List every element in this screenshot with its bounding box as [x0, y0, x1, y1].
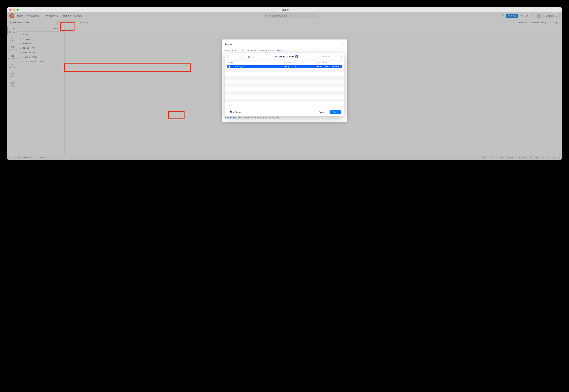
svg-line-1: [268, 16, 268, 17]
open-button[interactable]: Open: [330, 110, 341, 114]
environment-select[interactable]: Gender-API.com Production [G… ⌄: [516, 20, 560, 25]
tab-link[interactable]: Link: [240, 49, 245, 52]
satellite-icon[interactable]: [520, 14, 523, 18]
learn-more-text: Learn more about the different import fo…: [225, 116, 344, 119]
collection-item[interactable]: ›ERL.de: [18, 41, 64, 46]
chevron-down-icon: ⌄: [551, 21, 553, 24]
sync-icon[interactable]: [500, 14, 504, 18]
back-button[interactable]: ‹: [228, 55, 232, 59]
collection-item[interactable]: ›kundenportal: [18, 50, 64, 55]
tab-file[interactable]: File: [225, 49, 229, 52]
sidebar-toggle-icon[interactable]: [9, 156, 12, 159]
trash[interactable]: Trash: [542, 156, 550, 159]
search-placeholder: Search Postman: [270, 14, 287, 17]
cookies[interactable]: ⊘ Cookies: [483, 156, 493, 159]
workspace-selector[interactable]: My Workspace: [9, 21, 29, 24]
nav-home[interactable]: Home: [17, 14, 24, 17]
nav-explore[interactable]: Explore: [74, 14, 82, 17]
cancel-button[interactable]: Cancel: [316, 110, 328, 114]
close-icon[interactable]: ✕: [342, 42, 345, 46]
runner[interactable]: ▷ Runner: [530, 156, 539, 159]
nav-api-network[interactable]: API Network⌄: [45, 14, 60, 17]
collection-item[interactable]: ›Partner-Portal: [18, 55, 64, 59]
search-icon: [266, 14, 269, 17]
file-row-selected[interactable]: openapi.yml Today at 11:47 26 KB YAML Do…: [227, 65, 342, 68]
collection-item[interactable]: ›Avicilon: [18, 37, 64, 41]
forward-button[interactable]: ›: [232, 55, 236, 59]
svg-rect-41: [249, 57, 250, 57]
gear-icon[interactable]: [526, 14, 529, 18]
postman-logo-icon[interactable]: [9, 13, 14, 18]
collection-item[interactable]: ›Platform Workshop: [18, 59, 64, 64]
chevron-down-icon: ⌄: [58, 14, 60, 17]
eye-icon[interactable]: [555, 21, 558, 24]
search-input[interactable]: Search Postman: [264, 13, 318, 18]
find-replace[interactable]: Find and Replace: [14, 156, 32, 159]
more-icon[interactable]: •••: [54, 27, 58, 30]
chevron-right-icon: ›: [20, 51, 22, 54]
console[interactable]: Console: [35, 156, 45, 159]
learn-more-link[interactable]: Learn more: [225, 116, 236, 119]
user-plus-icon: [508, 15, 510, 17]
maximize-icon[interactable]: [16, 9, 19, 11]
close-icon[interactable]: [9, 9, 12, 11]
tab-folder[interactable]: Folder: [232, 49, 238, 52]
sidebar-item-environments[interactable]: Environments: [7, 44, 18, 53]
avatar[interactable]: [537, 14, 541, 18]
sidebar-item-mock-servers[interactable]: Mock Servers: [7, 53, 18, 62]
sidebar-item-apis[interactable]: APIs: [7, 35, 18, 44]
help-icon[interactable]: [557, 156, 560, 159]
search-input[interactable]: Search: [318, 55, 342, 59]
svg-rect-12: [12, 46, 14, 48]
svg-rect-15: [12, 56, 14, 57]
traffic-lights[interactable]: [7, 9, 19, 11]
workspace-bar: My Workspace New Import + ••• Gender-API…: [7, 19, 562, 26]
import-button[interactable]: Import: [67, 20, 78, 25]
group-button[interactable]: ⌄: [247, 55, 254, 59]
tab-new[interactable]: New: [277, 49, 281, 52]
svg-point-18: [12, 75, 13, 75]
nav-reports[interactable]: Reports: [63, 14, 71, 17]
svg-line-43: [321, 57, 322, 57]
path-selector[interactable]: Gender-API.com ▴▾: [273, 55, 299, 59]
invite-button[interactable]: Invite: [506, 14, 518, 18]
capture-requests[interactable]: Capture requests: [495, 156, 513, 159]
collection-item[interactable]: ›Andy: [18, 32, 64, 37]
filter-icon[interactable]: [39, 28, 41, 30]
upgrade-button[interactable]: Upgrade⌄: [543, 14, 560, 18]
table-row: [225, 98, 344, 102]
chevron-right-icon: ›: [20, 42, 22, 45]
bootcamp[interactable]: ⬡ Bootcamp: [516, 156, 528, 159]
top-app-bar: Home Workspaces⌄ API Network⌄ Reports Ex…: [7, 12, 562, 19]
collections-panel: + ••• ›Andy›Avicilon›ERL.de›Gender-API›k…: [18, 26, 65, 155]
tab-raw-text[interactable]: Raw text: [247, 49, 256, 52]
file-list-header[interactable]: Name Date Modified Size Kind: [225, 61, 344, 65]
sidebar-rail: Collections APIs Environments Mock Serve…: [7, 26, 18, 155]
new-folder-button[interactable]: New Folder: [228, 110, 243, 114]
svg-point-28: [496, 157, 497, 158]
tab-code-repo[interactable]: Code repository: [259, 49, 274, 52]
sidebar-item-history[interactable]: History: [7, 80, 18, 89]
chevron-down-icon: ⌄: [40, 14, 42, 17]
sidebar-item-monitors[interactable]: Monitors: [7, 62, 18, 71]
nav-workspaces[interactable]: Workspaces⌄: [26, 14, 42, 17]
add-icon[interactable]: +: [24, 27, 26, 30]
more-icon[interactable]: •••: [84, 21, 88, 24]
svg-line-11: [12, 38, 13, 39]
sidebar-item-collections[interactable]: Collections: [7, 26, 18, 35]
two-pane-icon[interactable]: [553, 156, 555, 159]
svg-point-42: [320, 56, 321, 57]
table-row: [225, 102, 344, 106]
chevron-right-icon: ›: [20, 60, 22, 63]
sidebar-item-flows[interactable]: Flows: [7, 71, 18, 80]
list-view-button[interactable]: ⌄: [238, 55, 245, 59]
minimize-icon[interactable]: [13, 9, 15, 11]
collection-item[interactable]: ›Gender-API: [18, 46, 64, 50]
add-tab-icon[interactable]: +: [80, 21, 82, 24]
new-button[interactable]: New: [57, 20, 66, 25]
modal-title: Import: [225, 43, 344, 46]
document-icon: [228, 65, 231, 68]
svg-rect-38: [249, 56, 249, 56]
bell-icon[interactable]: [531, 14, 535, 18]
updown-icon: ▴▾: [295, 55, 298, 58]
